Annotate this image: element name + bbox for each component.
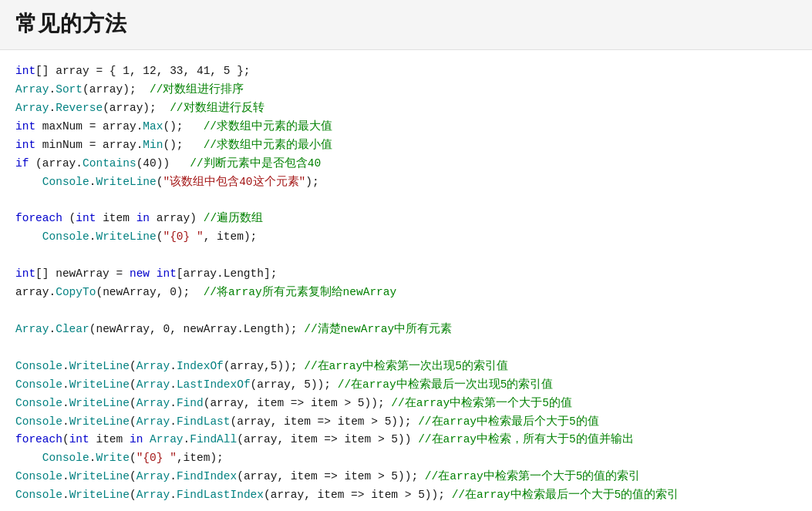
- code-line-12: int[] newArray = new int[array.Length];: [15, 265, 797, 284]
- code-line-empty-2: [15, 247, 797, 265]
- code-line-10: Console.WriteLine("{0} ", item);: [15, 228, 797, 247]
- code-line-empty-4: [15, 339, 797, 358]
- code-line-9: foreach (int item in array) //遍历数组: [15, 210, 797, 228]
- code-line-3: Array.Reverse(array); //对数组进行反转: [15, 99, 797, 118]
- code-line-5: int minNum = array.Min(); //求数组中元素的最小值: [15, 136, 797, 155]
- code-line-18: Console.WriteLine(Array.LastIndexOf(arra…: [15, 376, 797, 395]
- code-line-6: if (array.Contains(40)) //判断元素中是否包含40: [15, 155, 797, 173]
- page-title: 常见的方法: [15, 12, 127, 35]
- code-line-15: Array.Clear(newArray, 0, newArray.Length…: [15, 321, 797, 339]
- code-line-4: int maxNum = array.Max(); //求数组中元素的最大值: [15, 118, 797, 136]
- code-line-19: Console.WriteLine(Array.Find(array, item…: [15, 395, 797, 413]
- code-line-22: Console.Write("{0} ",item);: [15, 449, 797, 468]
- code-line-empty-1: [15, 191, 797, 210]
- code-line-13: array.CopyTo(newArray, 0); //将array所有元素复…: [15, 284, 797, 302]
- code-line-2: Array.Sort(array); //对数组进行排序: [15, 81, 797, 99]
- code-line-7: Console.WriteLine("该数组中包含40这个元素");: [15, 173, 797, 192]
- code-line-24: Console.WriteLine(Array.FindLastIndex(ar…: [15, 486, 797, 505]
- code-line-23: Console.WriteLine(Array.FindIndex(array,…: [15, 468, 797, 486]
- code-line-1: int[] array = { 1, 12, 33, 41, 5 };: [15, 62, 797, 81]
- code-line-empty-3: [15, 302, 797, 321]
- code-line-21: foreach(int item in Array.FindAll(array,…: [15, 431, 797, 449]
- code-line-20: Console.WriteLine(Array.FindLast(array, …: [15, 413, 797, 432]
- page-header: 常见的方法: [0, 0, 812, 50]
- code-area: int[] array = { 1, 12, 33, 41, 5 }; Arra…: [0, 50, 812, 511]
- code-line-17: Console.WriteLine(Array.IndexOf(array,5)…: [15, 358, 797, 376]
